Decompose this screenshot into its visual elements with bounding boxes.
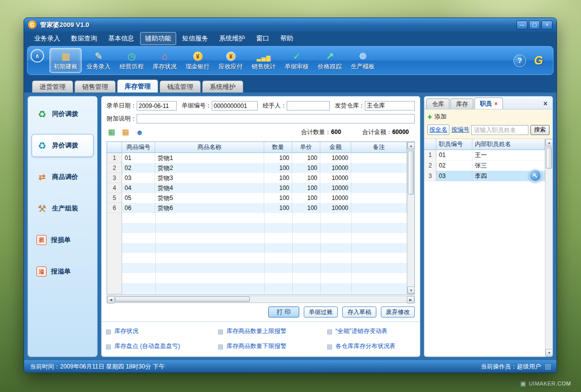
- scroll-down-icon[interactable]: ▼: [545, 349, 553, 356]
- grid-horizontal-scrollbar[interactable]: ◀ ▶: [107, 296, 415, 303]
- person-icon[interactable]: ☻: [135, 127, 145, 137]
- save-draft-button[interactable]: 存入草稿: [342, 306, 376, 318]
- tab-cashflow[interactable]: 钱流管理: [160, 80, 201, 92]
- sidebar-item-production-assembly[interactable]: ⚒ 生产组装: [32, 197, 94, 220]
- statusbar: 当前时间：2009年06月11日 星期四 18时30分 下午 当前操作员：超级用…: [24, 360, 556, 372]
- uimaker-watermark: ▣ UIMAKER.COM: [520, 380, 571, 387]
- tab-warehouse-lookup[interactable]: 仓库: [426, 98, 449, 109]
- menu-sms-service[interactable]: 短信服务: [177, 32, 213, 45]
- toolbar-button-doc-audit[interactable]: ✓ 单据审核: [281, 48, 313, 73]
- table-row[interactable]: 1 01 货物1 100 100 10000: [107, 153, 407, 163]
- table-row[interactable]: 6 06 货物6 100 100 10000: [107, 203, 407, 213]
- tab-inventory[interactable]: 库存管理: [117, 80, 158, 92]
- toolbar-button-price-track[interactable]: ↗ 价格跟踪: [314, 48, 346, 73]
- tab-purchase[interactable]: 进货管理: [32, 80, 73, 92]
- staff-search-input[interactable]: [471, 125, 528, 135]
- link-inventory-status[interactable]: ▤ 库存状况: [106, 327, 218, 336]
- toolbar-button-sales-stats[interactable]: ▃▅▇ 销售统计: [248, 48, 280, 73]
- toolbar-button-cash-bank[interactable]: ¥ 现金银行: [182, 48, 214, 73]
- menu-aux-functions[interactable]: 辅助功能: [140, 32, 176, 45]
- date-input[interactable]: [137, 101, 177, 110]
- print-button[interactable]: 打 印: [268, 306, 299, 318]
- warehouse-input[interactable]: [365, 101, 415, 110]
- sidebar-item-diff-price-transfer[interactable]: ♻ 异价调拨: [32, 134, 94, 157]
- menu-basic-info[interactable]: 基本信息: [103, 32, 139, 45]
- grid-sheet-icon[interactable]: ▦: [107, 127, 117, 137]
- cell-staff-code: 03: [436, 171, 472, 181]
- tab-close-icon[interactable]: ×: [494, 100, 497, 106]
- sidebar-item-price-adjust[interactable]: ⇄ 商品调价: [32, 166, 94, 188]
- sidebar-item-loss-report[interactable]: 损 报损单: [32, 228, 94, 252]
- grid-vertical-scrollbar[interactable]: ▲ ▼: [407, 142, 414, 294]
- row-number: 4: [107, 183, 122, 193]
- help-button[interactable]: ?: [513, 54, 526, 67]
- tab-sales[interactable]: 销售管理: [75, 80, 116, 92]
- link-label: 库存商品数量上限报警: [226, 327, 286, 336]
- sidebar-item-same-price-transfer[interactable]: ♻ 同价调拨: [32, 102, 94, 126]
- filter-by-code[interactable]: 按编号: [451, 126, 469, 134]
- toolbar-button-initial-setup[interactable]: ▦ 初期建账: [50, 48, 82, 73]
- resize-grip[interactable]: [545, 364, 550, 370]
- table-row[interactable]: 2 02 货物2 100 100 10000: [107, 163, 407, 173]
- scroll-thumb[interactable]: [115, 296, 250, 302]
- toolbar-button-business-entry[interactable]: ✎ 业务录入: [83, 48, 115, 73]
- toolbar-button-production-template[interactable]: ☸ 生产模板: [347, 48, 379, 73]
- minimize-button[interactable]: —: [516, 20, 527, 30]
- tab-inventory-lookup[interactable]: 库存: [450, 98, 473, 109]
- scroll-track[interactable]: [115, 296, 407, 302]
- menu-data-query[interactable]: 数据查询: [66, 32, 102, 45]
- menu-business-entry[interactable]: 业务录入: [29, 32, 65, 45]
- close-button[interactable]: ×: [541, 20, 552, 30]
- cell-price: 100: [292, 203, 320, 213]
- staff-row[interactable]: 1 01 王一: [424, 150, 545, 160]
- menu-help[interactable]: 帮助: [275, 32, 298, 45]
- collapse-toolbar-button[interactable]: ∧: [31, 49, 44, 62]
- toolbar-button-history[interactable]: ◷ 经营历程: [116, 48, 148, 73]
- cell-note: [351, 173, 407, 183]
- link-universal-report[interactable]: ▤ “全能”进销存变动表: [327, 327, 416, 336]
- table-row[interactable]: 5 05 货物5 100 100 10000: [107, 193, 407, 203]
- scroll-track[interactable]: [545, 146, 552, 349]
- table-row[interactable]: 3 03 货物3 100 100 10000: [107, 173, 407, 183]
- titlebar[interactable]: G 管家婆2009 V1.0 — ▢ ×: [24, 18, 556, 32]
- handler-input[interactable]: [287, 101, 330, 110]
- price-track-icon: ↗: [326, 50, 334, 61]
- maximize-button[interactable]: ▢: [529, 20, 540, 30]
- staff-row-selected[interactable]: 3 03 李四: [424, 171, 545, 182]
- discard-changes-button[interactable]: 废弃修改: [381, 306, 415, 318]
- filter-by-name[interactable]: 按全名: [427, 124, 449, 135]
- toolbar-button-label: 库存状况: [153, 62, 177, 71]
- toolbar-right-group: ? G: [513, 54, 548, 68]
- cash-bank-icon: ¥: [193, 50, 203, 61]
- scroll-right-icon[interactable]: ▶: [407, 296, 414, 304]
- search-button[interactable]: 搜索: [530, 125, 549, 135]
- tab-staff-lookup[interactable]: 职员 ×: [474, 98, 503, 109]
- toolbar-button-receivables[interactable]: ¥ 应收应付: [215, 48, 247, 73]
- tab-system[interactable]: 系统维护: [202, 80, 243, 92]
- scroll-up-icon[interactable]: ▲: [545, 139, 553, 146]
- link-qty-lower-alert[interactable]: ▤ 库存商品数量下限报警: [218, 342, 327, 350]
- panel-close-icon[interactable]: ×: [540, 100, 550, 108]
- note-input[interactable]: [137, 114, 415, 124]
- post-document-button[interactable]: 单据过账: [304, 306, 338, 318]
- scroll-down-icon[interactable]: ▼: [407, 286, 415, 294]
- sidebar-item-overflow-report[interactable]: 溢 报溢单: [32, 260, 94, 283]
- link-warehouse-distribution[interactable]: ▤ 各仓库库存分布状况表: [327, 342, 416, 350]
- menu-system-maintenance[interactable]: 系统维护: [214, 32, 250, 45]
- content-area: ♻ 同价调拨 ♻ 异价调拨 ⇄ 商品调价 ⚒ 生产组装 损 报损单 溢 报溢单: [24, 92, 556, 360]
- scroll-thumb[interactable]: [546, 148, 552, 168]
- toolbar-button-inventory-status[interactable]: ⌂ 库存状况: [149, 48, 181, 73]
- scroll-up-icon[interactable]: ▲: [407, 142, 415, 150]
- scroll-left-icon[interactable]: ◀: [107, 296, 115, 304]
- link-qty-upper-alert[interactable]: ▤ 库存商品数量上限报警: [218, 327, 327, 336]
- doc-number-input[interactable]: [212, 101, 258, 110]
- link-stocktake[interactable]: ▤ 库存盘点 (自动盘盈盘亏): [106, 342, 218, 350]
- scroll-thumb[interactable]: [408, 150, 414, 194]
- staff-vertical-scrollbar[interactable]: ▲ ▼: [545, 139, 552, 356]
- staff-row[interactable]: 2 02 张三: [424, 160, 545, 171]
- calc-sheet-icon[interactable]: ▦: [121, 127, 131, 137]
- menu-window[interactable]: 窗口: [251, 32, 274, 45]
- table-row[interactable]: 4 04 货物4 100 100 10000: [107, 183, 407, 193]
- add-staff-button[interactable]: + 添加: [427, 112, 549, 121]
- scroll-track[interactable]: [407, 150, 414, 286]
